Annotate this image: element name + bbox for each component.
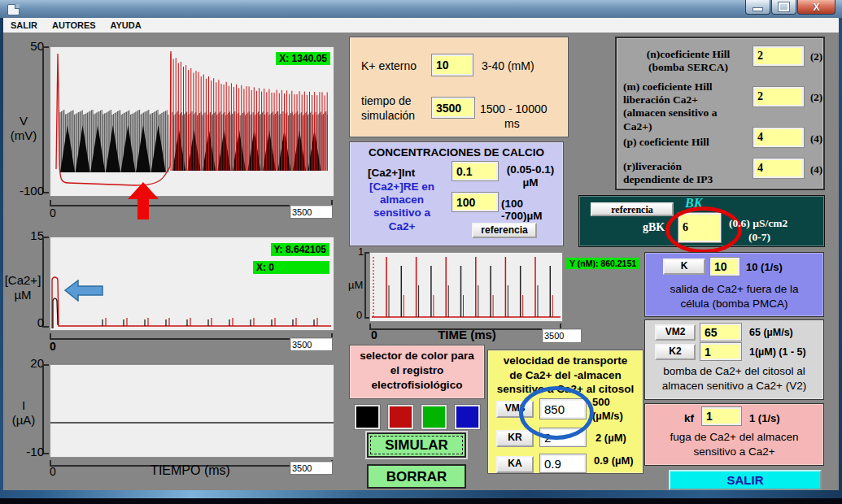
k-externo-range: 3-40 (mM) [482, 59, 534, 72]
calcium-panel-title: CONCENTRACIONES DE CALCIO [350, 146, 563, 159]
hill-m-label: (m) coeficiente Hill liberación Ca2+ (al… [623, 80, 757, 133]
i-time-input[interactable] [290, 461, 333, 475]
mini-x-zero: 0 [371, 328, 377, 341]
calcium-referencia-button[interactable]: referencia [472, 223, 537, 238]
hill-p-label: (p) coeficiente Hill [623, 136, 709, 149]
k2-note: 1(µM) (1 - 5) [749, 346, 806, 358]
gbk-note: (0.6) µS/cm2 [729, 217, 787, 230]
hill-p-input[interactable] [753, 128, 804, 147]
color-swatch-blue[interactable] [455, 405, 480, 429]
bk-panel: referencia BK gBK (0.6) µS/cm2 (0-7) [578, 195, 825, 247]
transport-panel: velocidad de transporte de Ca2+ del -alm… [487, 350, 643, 474]
ca-int-range: (0.05-0.1) µM [501, 163, 560, 189]
bk-referencia-button[interactable]: referencia [591, 202, 674, 216]
pmca-desc: salida de Ca2+ fuera de la célula (bomba… [645, 282, 823, 311]
hill-m-input[interactable] [753, 87, 804, 106]
v-x-zero: 0 [50, 206, 56, 219]
i-axis-min: -10 [15, 445, 44, 458]
v-y-axis [42, 46, 50, 193]
mini-axis-label: µM [348, 279, 363, 291]
ca-time-input[interactable] [290, 337, 333, 351]
mini-axis-min: 0 [356, 309, 362, 321]
k2-button[interactable]: K2 [655, 344, 696, 360]
sim-time-input[interactable] [432, 98, 474, 118]
v-axis-max: 50 [23, 39, 44, 53]
hill-panel: (n)coeficiente Hill (bomba SERCA) (2) (m… [615, 37, 825, 190]
ca-int-input[interactable] [452, 162, 498, 180]
i-y-axis [42, 364, 50, 454]
maximize-icon [779, 2, 789, 11]
ca-re-label: [Ca2+]RE en almacen sensitivo a Ca2+ [356, 180, 447, 233]
v-axis-label: V (mV) [5, 114, 42, 143]
blue-left-arrow [64, 280, 103, 302]
v-time-input[interactable] [290, 205, 333, 219]
kr-button[interactable]: KR [496, 430, 534, 447]
menu-autores[interactable]: AUTORES [45, 20, 103, 30]
kr-note: 2 (µM) [596, 432, 626, 444]
mini-plot-area[interactable] [369, 252, 563, 322]
borrar-button[interactable]: BORRAR [367, 464, 466, 489]
mini-cursor-readout: Y (nM): 860.2151 [566, 258, 639, 269]
vm2-note: 65 (µM/s) [749, 327, 793, 338]
v2-panel: VM2 65 (µM/s) K2 1(µM) (1 - 5) bomba de … [644, 319, 824, 400]
hill-r-input[interactable] [753, 159, 804, 178]
v-trace [50, 47, 334, 196]
v-plot-area[interactable]: X: 1340.05 [50, 46, 334, 197]
color-swatch-black[interactable] [355, 405, 380, 429]
k2-input[interactable] [700, 343, 741, 360]
ka-input[interactable] [540, 454, 586, 472]
minimize-icon [753, 7, 763, 11]
menu-salir[interactable]: SALIR [3, 20, 45, 30]
minimize-button[interactable] [745, 0, 770, 15]
hill-n-input[interactable] [753, 46, 804, 66]
ca-axis-label: [Ca2+] µM [3, 273, 42, 302]
vm2-input[interactable] [700, 324, 741, 341]
mini-x-title: TIME (ms) [410, 328, 524, 341]
gbk-range: (0-7) [748, 231, 770, 244]
app-icon [7, 4, 20, 15]
ca-cursor-y-readout: Y: 8.642105 [271, 243, 330, 256]
app-window: X SALIR AUTORES AYUDA 50 X: 1340.05 V (m… [0, 0, 842, 504]
k-externo-label: K+ externo [361, 59, 417, 72]
vm2-button[interactable]: VM2 [655, 324, 696, 341]
pmca-k-button[interactable]: K [663, 259, 705, 275]
color-swatch-green[interactable] [421, 405, 447, 429]
calcium-panel: CONCENTRACIONES DE CALCIO [Ca2+]Int (0.0… [349, 141, 564, 246]
ka-button[interactable]: KA [496, 456, 534, 473]
k-externo-input[interactable] [432, 54, 473, 76]
i-x-zero: 0 [50, 465, 56, 478]
sim-time-range: 1500 - 10000 [480, 102, 548, 115]
color-swatch-red[interactable] [388, 405, 413, 429]
color-selector-title: selector de color para el registro elect… [350, 349, 484, 393]
pmca-k-note: 10 (1/s) [746, 261, 783, 273]
i-plot-area[interactable] [50, 364, 334, 458]
pmca-k-input[interactable] [710, 258, 739, 276]
kf-desc: fuga de Ca2+ del almacen sensitivo a Ca2… [645, 430, 823, 459]
mini-time-input[interactable] [542, 328, 582, 343]
menu-bar: SALIR AUTORES AYUDA [3, 18, 839, 33]
pmca-panel: K 10 (1/s) salida de Ca2+ fuera de la cé… [644, 252, 824, 317]
v2-desc: bomba de Ca2+ del citosol al almacen sen… [645, 364, 823, 393]
sim-time-label: tiempo de simulación [361, 94, 415, 123]
close-icon: X [813, 2, 819, 13]
main-surface: 50 X: 1340.05 V (mV) -100 0 15 Y: 8.6421… [3, 33, 839, 490]
kf-input[interactable] [702, 407, 741, 425]
kf-note: 1 (1/s) [749, 412, 780, 424]
menu-ayuda[interactable]: AYUDA [103, 20, 149, 30]
simulation-panel: K+ externo 3-40 (mM) tiempo de simulació… [349, 37, 569, 137]
color-selector-panel: selector de color para el registro elect… [349, 345, 485, 399]
blue-highlight-ellipse [519, 386, 594, 440]
hill-p-default: (4) [810, 133, 822, 146]
hill-n-label: (n)coeficiente Hill (bomba SERCA) [623, 48, 753, 74]
maximize-button[interactable] [771, 0, 796, 15]
simular-button[interactable]: SIMULAR [367, 432, 466, 458]
ca-cursor-x-readout: X: 0 [253, 261, 329, 274]
title-bar[interactable]: X [0, 0, 842, 18]
ca-re-input[interactable] [452, 193, 498, 211]
close-button[interactable]: X [797, 0, 835, 15]
salir-button[interactable]: SALIR [669, 470, 822, 490]
ca-int-label: [Ca2+]Int [368, 167, 415, 179]
hill-r-label: (r)liveración dependiente de IP3 [623, 160, 761, 186]
vm3-note: 500 (µM/s) [592, 396, 623, 424]
v-axis-min: -100 [15, 184, 44, 198]
